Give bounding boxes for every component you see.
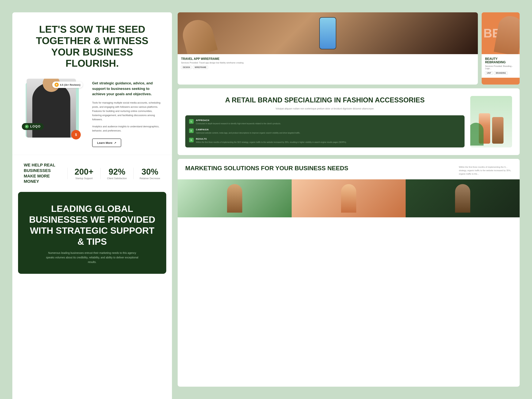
beauty-card-image: BETY. [482, 12, 520, 54]
fashion-title: A RETAIL BRAND SPECIALIZING IN FASHION A… [185, 96, 465, 104]
beauty-card: BETY. BEAUTY REBRANDING Services Provide… [482, 12, 520, 85]
fashion-left: A RETAIL BRAND SPECIALIZING IN FASHION A… [185, 96, 465, 147]
approach-heading-2: CAMPAIGN [196, 128, 461, 131]
right-panel: TRAVEL APP WIREFRAME Services Provided: … [172, 0, 532, 399]
logo-star-icon: ✦ [25, 125, 29, 128]
hero-image-container: ★ 4.5 (1k+ Reviews) ✦ LOQO $ [24, 79, 85, 138]
marketing-images [178, 179, 520, 217]
plant-decoration [470, 123, 484, 146]
approach-content-1: APPROACH Conducted in-depth keyword rese… [196, 119, 461, 125]
beauty-card-services: Services Provided: Branding - Logo... [485, 65, 516, 70]
stat-number-startup: 200+ [73, 167, 95, 177]
stat-desc-satisfaction: Client Satisfaction [107, 177, 127, 180]
social-badge: $ [71, 130, 81, 139]
hero-text: Get strategic guidance, advice, and supp… [92, 79, 161, 147]
stat-satisfaction: 92% Client Satisfaction [106, 167, 127, 180]
travel-card: TRAVEL APP WIREFRAME Services Provided: … [178, 12, 478, 85]
travel-card-image [178, 12, 478, 54]
phone-mockup [319, 17, 336, 49]
social-icon: $ [75, 133, 77, 137]
travel-card-title: TRAVEL APP WIREFRAME [181, 57, 475, 61]
approach-item-3: 3. RESULTS Within the first three months… [189, 138, 461, 144]
arrow-icon: ↗ [114, 141, 116, 144]
marketing-image-1 [178, 179, 292, 217]
tag-wireframe: WIREFRAME [193, 66, 208, 69]
person-figure-2 [492, 117, 504, 144]
people-background [470, 96, 512, 147]
dark-banner: LEADING GLOBAL BUSINESSES WE PROVIDED WI… [18, 192, 166, 274]
hero-section: LET'S SOW THE SEED TOGETHER & WITNESS YO… [12, 12, 172, 155]
approach-heading-1: APPROACH [196, 119, 461, 121]
tag-unit: UNIT [485, 71, 493, 75]
travel-card-info: TRAVEL APP WIREFRAME Services Provided: … [178, 54, 478, 72]
banner-desc: Numerous leading businesses entrust thei… [45, 251, 140, 264]
learn-more-label: Learn More [97, 141, 113, 144]
left-panel: LET'S SOW THE SEED TOGETHER & WITNESS YO… [12, 12, 172, 399]
stats-divider-1 [67, 168, 68, 179]
stat-number-satisfaction: 92% [106, 167, 127, 177]
approach-content-2: CAMPAIGN Optimized website content, meta… [196, 128, 461, 134]
travel-card-services: Services Provided: Travel app design low… [181, 62, 475, 64]
rating-text: 4.5 (1k+ Reviews) [60, 83, 80, 86]
beauty-hand [494, 14, 520, 54]
hand-overlay [179, 17, 218, 54]
approach-text-1: Conducted in-depth keyword research to i… [196, 122, 461, 125]
logo-text: LOQO [30, 125, 41, 128]
approach-heading-3: RESULTS [196, 138, 461, 140]
travel-card-tags: DESIGN WIREFRAME [181, 66, 475, 69]
beauty-card-title: BEAUTY REBRANDING [485, 57, 516, 64]
stat-number-retainer: 30% [139, 167, 161, 177]
logo-badge: ✦ LOQO [22, 123, 44, 130]
stats-section: WE HELP REAL BUSINESSES MAKE MORE MONEY … [12, 155, 172, 192]
stats-divider-2 [100, 168, 101, 179]
marketing-title: MARKETING SOLUTIONS FOR YOUR BUSINESS NE… [185, 165, 453, 176]
banner-title: LEADING GLOBAL BUSINESSES WE PROVIDED WI… [28, 203, 157, 247]
beauty-card-info: BEAUTY REBRANDING Services Provided: Bra… [482, 54, 520, 78]
approach-text-3: Within the first three months of impleme… [196, 141, 461, 144]
marketing-image-3 [406, 179, 520, 217]
fashion-right-image [470, 96, 512, 147]
fashion-desc: Volutpat aliquam nullam non scelerisque … [185, 107, 465, 111]
approach-text-2: Optimized website content, meta tags, an… [196, 132, 461, 134]
marketing-text: Within the first three months of impleme… [459, 165, 512, 176]
marketing-person-1 [227, 184, 242, 213]
stats-label: WE HELP REAL BUSINESSES MAKE MORE MONEY [24, 162, 62, 184]
stat-startup: 200+ Startup Support [73, 167, 95, 180]
approach-content-3: RESULTS Within the first three months of… [196, 138, 461, 144]
tag-branding: BRANDING [494, 71, 508, 75]
fashion-card: A RETAIL BRAND SPECIALIZING IN FASHION A… [178, 88, 520, 155]
learn-more-button[interactable]: Learn More ↗ [92, 139, 121, 147]
approach-list: 1. APPROACH Conducted in-depth keyword r… [185, 115, 465, 147]
stat-desc-startup: Startup Support [76, 177, 93, 180]
tag-design: DESIGN [181, 66, 192, 69]
approach-num-1: 1. [189, 119, 194, 124]
hero-title: LET'S SOW THE SEED TOGETHER & WITNESS YO… [24, 24, 161, 69]
marketing-person-2 [341, 184, 356, 213]
marketing-person-3 [455, 184, 470, 213]
beauty-card-tags: UNIT BRANDING [485, 71, 516, 75]
rating-badge: ★ 4.5 (1k+ Reviews) [52, 82, 83, 88]
approach-num-2: 2. [189, 128, 194, 133]
approach-item-1: 1. APPROACH Conducted in-depth keyword r… [189, 119, 461, 125]
phone-screen [320, 18, 336, 49]
marketing-header: MARKETING SOLUTIONS FOR YOUR BUSINESS NE… [178, 159, 520, 179]
marketing-section: MARKETING SOLUTIONS FOR YOUR BUSINESS NE… [178, 159, 520, 387]
hero-description-2: Analytics and audience insights to under… [92, 124, 161, 133]
top-cards-row: TRAVEL APP WIREFRAME Services Provided: … [178, 12, 520, 85]
approach-item-2: 2. CAMPAIGN Optimized website content, m… [189, 128, 461, 134]
star-icon: ★ [55, 83, 59, 87]
marketing-image-2 [292, 179, 406, 217]
hero-tagline: Get strategic guidance, advice, and supp… [92, 81, 161, 97]
hero-content: ★ 4.5 (1k+ Reviews) ✦ LOQO $ Get strateg… [24, 79, 161, 147]
stat-retainer: 30% Retainer Decrease [139, 167, 161, 180]
approach-num-3: 3. [189, 138, 194, 142]
hero-description-1: Tools for managing multiple social media… [92, 101, 161, 122]
stat-desc-retainer: Retainer Decrease [140, 177, 160, 180]
